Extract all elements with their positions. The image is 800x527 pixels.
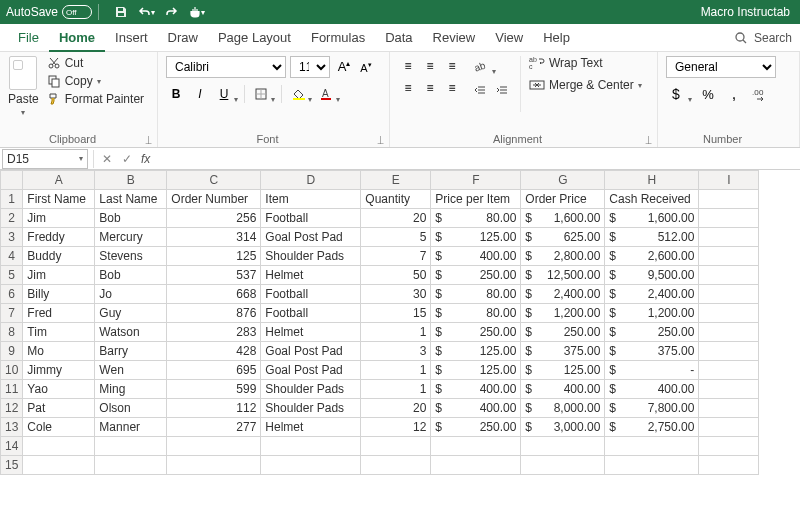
cell[interactable]: Goal Post Pad [261, 342, 361, 361]
row-header[interactable]: 4 [1, 247, 23, 266]
cell[interactable] [95, 437, 167, 456]
cell[interactable]: $1,600.00 [605, 209, 699, 228]
cell[interactable]: Barry [95, 342, 167, 361]
cell[interactable]: $7,800.00 [605, 399, 699, 418]
cell[interactable] [95, 456, 167, 475]
autosave-toggle[interactable]: AutoSave Off [6, 5, 92, 19]
cell[interactable]: Wen [95, 361, 167, 380]
cell[interactable] [167, 437, 261, 456]
cell[interactable]: $375.00 [605, 342, 699, 361]
underline-button[interactable]: U [214, 84, 234, 104]
cell[interactable]: Order Number [167, 190, 261, 209]
font-size-select[interactable]: 11 [290, 56, 330, 78]
spreadsheet-grid[interactable]: ABCDEFGHI 1First NameLast NameOrder Numb… [0, 170, 800, 527]
cell[interactable]: Helmet [261, 266, 361, 285]
cell[interactable]: Olson [95, 399, 167, 418]
cell[interactable]: 428 [167, 342, 261, 361]
cell[interactable]: Shoulder Pads [261, 380, 361, 399]
tab-insert[interactable]: Insert [105, 24, 158, 52]
increase-font-size-button[interactable]: A▴ [334, 57, 354, 77]
cancel-formula-button[interactable]: ✕ [97, 149, 117, 169]
cell[interactable] [699, 323, 759, 342]
cut-button[interactable]: Cut [47, 56, 144, 70]
tab-data[interactable]: Data [375, 24, 422, 52]
cell[interactable]: 20 [361, 209, 431, 228]
chevron-down-icon[interactable]: ▾ [234, 95, 238, 104]
cell[interactable] [521, 456, 605, 475]
cell[interactable]: Fred [23, 304, 95, 323]
cell[interactable] [431, 456, 521, 475]
align-top-button[interactable]: ≡ [398, 56, 418, 76]
align-right-button[interactable]: ≡ [442, 78, 462, 98]
column-header[interactable]: E [361, 171, 431, 190]
tab-review[interactable]: Review [423, 24, 486, 52]
row-header[interactable]: 1 [1, 190, 23, 209]
cell[interactable] [699, 380, 759, 399]
tell-me-search[interactable]: Search [734, 31, 792, 45]
cell[interactable]: Shoulder Pads [261, 247, 361, 266]
cell[interactable]: $2,400.00 [605, 285, 699, 304]
chevron-down-icon[interactable]: ▾ [492, 67, 496, 76]
decrease-font-size-button[interactable]: A▾ [356, 57, 376, 77]
cell[interactable]: Freddy [23, 228, 95, 247]
accounting-format-button[interactable]: $ [666, 84, 686, 104]
cell[interactable]: Helmet [261, 323, 361, 342]
tab-view[interactable]: View [485, 24, 533, 52]
cell[interactable]: Manner [95, 418, 167, 437]
cell[interactable]: $512.00 [605, 228, 699, 247]
row-header[interactable]: 9 [1, 342, 23, 361]
cell[interactable] [699, 209, 759, 228]
row-header[interactable]: 10 [1, 361, 23, 380]
wrap-text-button[interactable]: abc Wrap Text [529, 56, 642, 70]
cell[interactable]: $9,500.00 [605, 266, 699, 285]
cell[interactable]: Football [261, 285, 361, 304]
cell[interactable]: 256 [167, 209, 261, 228]
cell[interactable]: $250.00 [431, 418, 521, 437]
cell[interactable]: Item [261, 190, 361, 209]
cell[interactable]: Jim [23, 266, 95, 285]
cell[interactable]: Mo [23, 342, 95, 361]
column-header[interactable]: H [605, 171, 699, 190]
format-painter-button[interactable]: Format Painter [47, 92, 144, 106]
cell[interactable]: Cole [23, 418, 95, 437]
chevron-down-icon[interactable]: ▾ [336, 95, 340, 104]
cell[interactable] [23, 437, 95, 456]
cell[interactable]: Shoulder Pads [261, 399, 361, 418]
cell[interactable]: $250.00 [431, 323, 521, 342]
chevron-down-icon[interactable]: ▾ [21, 108, 25, 117]
cell[interactable] [23, 456, 95, 475]
row-header[interactable]: 8 [1, 323, 23, 342]
cell[interactable] [699, 228, 759, 247]
row-header[interactable]: 14 [1, 437, 23, 456]
cell[interactable] [699, 190, 759, 209]
cell[interactable]: Price per Item [431, 190, 521, 209]
cell[interactable] [699, 342, 759, 361]
cell[interactable]: Goal Post Pad [261, 228, 361, 247]
chevron-down-icon[interactable]: ▾ [688, 95, 692, 104]
fill-color-button[interactable] [288, 84, 308, 104]
cell[interactable]: 876 [167, 304, 261, 323]
row-header[interactable]: 3 [1, 228, 23, 247]
cell[interactable]: 695 [167, 361, 261, 380]
cell[interactable]: $250.00 [605, 323, 699, 342]
cell[interactable]: $1,600.00 [521, 209, 605, 228]
cell[interactable]: 1 [361, 361, 431, 380]
cell[interactable] [521, 437, 605, 456]
cell[interactable] [699, 285, 759, 304]
cell[interactable]: Quantity [361, 190, 431, 209]
cell[interactable]: $8,000.00 [521, 399, 605, 418]
row-header[interactable]: 2 [1, 209, 23, 228]
cell[interactable]: $400.00 [431, 380, 521, 399]
dialog-launcher-icon[interactable]: ⟘ [377, 135, 387, 145]
save-icon[interactable] [113, 4, 129, 20]
column-header[interactable]: D [261, 171, 361, 190]
bold-button[interactable]: B [166, 84, 186, 104]
copy-button[interactable]: Copy ▾ [47, 74, 144, 88]
cell[interactable]: $2,600.00 [605, 247, 699, 266]
cell[interactable]: $80.00 [431, 209, 521, 228]
font-color-button[interactable]: A [316, 84, 336, 104]
cell[interactable]: $625.00 [521, 228, 605, 247]
cell[interactable]: Goal Post Pad [261, 361, 361, 380]
cell[interactable]: Bob [95, 209, 167, 228]
cell[interactable]: 15 [361, 304, 431, 323]
